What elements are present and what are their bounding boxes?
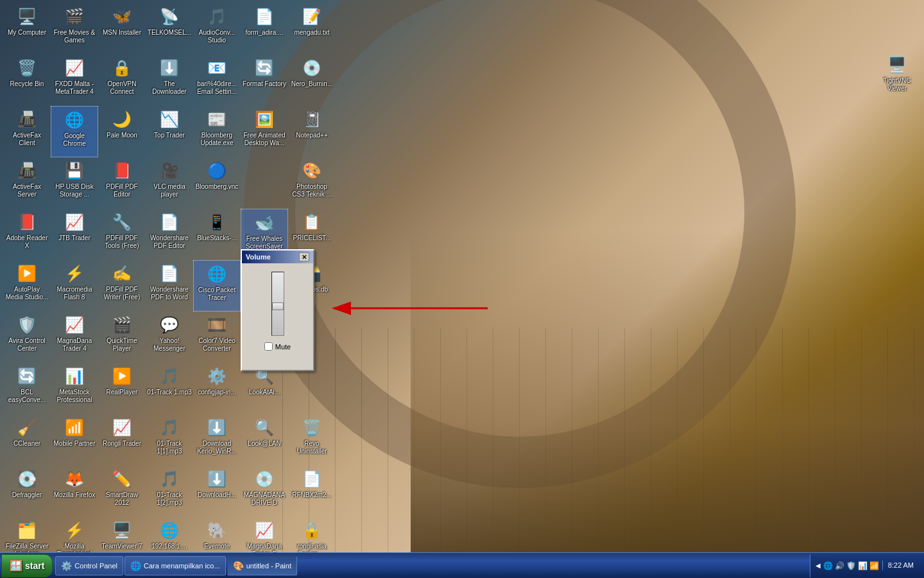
icon-bari-email[interactable]: 📧 bari%40dire... Email Settin... (193, 55, 241, 106)
icon-bluestacks[interactable]: 📱 BlueStacks-... (193, 209, 241, 260)
icon-teamviewer[interactable]: 🖥️ TeamViewer 7 (98, 517, 146, 552)
icon-magnadana-e[interactable]: 📈 MagnaDana Trader E (241, 517, 288, 552)
icon-defraggler[interactable]: 💽 Defraggler (3, 466, 51, 517)
icon-bcl[interactable]: 🔄 BCL easyConve... (3, 363, 51, 414)
icon-tightvnc[interactable]: 🖥️ TightVNC Viewer (873, 51, 921, 103)
wondershare-icon: 📄 (159, 212, 180, 232)
icon-mengadu[interactable]: 📝 mengadu.txt (288, 3, 336, 55)
icon-mozilla-firefox[interactable]: 🦊 Mozilla Firefox (51, 466, 98, 517)
icon-bloomberg-update[interactable]: 📰 Bloomberg Update.exe (193, 106, 241, 157)
icon-telkomsel[interactable]: 📡 TELKOMSEL... (146, 3, 193, 55)
icon-track1[interactable]: 🎵 01-Track 1.mp3 (146, 363, 193, 414)
icon-free-movies[interactable]: 🎬 Free Movies & Games (51, 3, 98, 55)
volume-slider-thumb[interactable] (272, 302, 284, 310)
icon-configjap[interactable]: ⚙️ configjap-in... (193, 363, 241, 414)
track1-2-icon: 🎵 (159, 469, 180, 489)
icon-avira[interactable]: 🛡️ Avira Control Center (3, 311, 51, 363)
systray-network-icon[interactable]: 🌐 (823, 561, 834, 571)
icon-ccleaner[interactable]: 🧹 CCleaner (3, 414, 51, 466)
systray-volume-icon[interactable]: 🔊 (835, 561, 845, 571)
icon-download-kerio[interactable]: ⬇️ Download Kerio_WinR... (193, 414, 241, 466)
icon-notepadpp[interactable]: 📓 Notepad++ (288, 106, 336, 157)
smartdraw-2-icon: ✏️ (112, 469, 132, 489)
notepadpp-icon: 📓 (302, 109, 322, 130)
bloomberg-update-icon: 📰 (207, 109, 227, 130)
taskbar-cara[interactable]: 🌐 Cara menampilkan ico... (124, 556, 226, 575)
icon-activefax-server[interactable]: 📠 ActiveFax Server (3, 157, 51, 209)
systray-security-icon[interactable]: 🛡️ (846, 561, 857, 571)
icon-rfnbx[interactable]: 📄 RFNBX2m2... (288, 466, 336, 517)
icon-pdffill-tools[interactable]: 🔧 PDFill PDF Tools (Free) (98, 209, 146, 260)
mozilla-firefox-icon: 🦊 (64, 469, 85, 489)
icon-mobile-partner[interactable]: 📶 Mobile Partner (51, 414, 98, 466)
icon-my-computer[interactable]: 🖥️ My Computer (3, 3, 51, 55)
icon-pale-moon[interactable]: 🌙 Pale Moon (98, 106, 146, 157)
adobe-reader-icon: 📕 (17, 212, 37, 232)
icon-smartdraw-2[interactable]: ✏️ SmartDraw 2012 (98, 466, 146, 517)
icon-autoplay[interactable]: ▶️ AutoPlay Media Studio... (3, 260, 51, 311)
icon-lookatlan[interactable]: 🔍 Look@LAN (241, 414, 288, 466)
icon-jtb-trader[interactable]: 📈 JTB Trader (51, 209, 98, 260)
icon-track1-1[interactable]: 🎵 01-Track 1[1].mp3 (146, 414, 193, 466)
magnadana-icon: 📈 (64, 315, 85, 335)
icon-thunderbird[interactable]: ⚡ Mozilla Thunderbird (51, 517, 98, 552)
systray-icons-group: 🌐 🔊 🛡️ 📊 📶 (823, 561, 880, 571)
icon-adobe-reader[interactable]: 📕 Adobe Reader X (3, 209, 51, 260)
wondershare-label: Wondershare PDF Editor (147, 234, 192, 250)
icon-magnadana[interactable]: 📈 MagnaDana Trader 4 (51, 311, 98, 363)
icon-hp-usb[interactable]: 💾 HP USB Disk Storage ... (51, 157, 98, 209)
icon-fxdd[interactable]: 📈 FXDD Malta - MetaTrader 4 (51, 55, 98, 106)
icon-nero[interactable]: 💿 Nero_Burnin... (288, 55, 336, 106)
icon-top-trader[interactable]: 📉 Top Trader (146, 106, 193, 157)
yahoo-label: Yahoo! Messenger (147, 337, 192, 353)
icon-track1-2[interactable]: 🎵 01-Track 1[2].mp3 (146, 466, 193, 517)
icon-ip-192[interactable]: 🌐 192.168.1.... (146, 517, 193, 552)
icon-activefax-client[interactable]: 📠 ActiveFax Client (3, 106, 51, 157)
icon-wondershare[interactable]: 📄 Wondershare PDF Editor (146, 209, 193, 260)
icon-google-chrome[interactable]: 🌐 Google Chrome (51, 106, 98, 157)
icon-pdffill-editor[interactable]: 📕 PDFill PDF Editor (98, 157, 146, 209)
icon-msn-installer[interactable]: 🦋 MSN Installer (98, 3, 146, 55)
icon-yahoo[interactable]: 💬 Yahoo! Messenger (146, 311, 193, 363)
icon-bloomberg-vnc[interactable]: 🔵 Bloomberg.vnc (193, 157, 241, 209)
start-label: start (25, 561, 44, 571)
bloomberg-update-label: Bloomberg Update.exe (194, 132, 239, 147)
systray-app-icon-1[interactable]: 📊 (858, 561, 868, 571)
icon-form-adira[interactable]: 📄 form_adira.... (241, 3, 288, 55)
icon-free-animated[interactable]: 🖼️ Free Animated Desktop Wa... (241, 106, 288, 157)
taskbar-untitled-paint[interactable]: 🎨 untitled - Paint (227, 556, 297, 575)
systray-expand-arrow[interactable]: ◀ (816, 562, 821, 569)
systray-app-icon-2[interactable]: 📶 (869, 561, 880, 571)
icon-evernote[interactable]: 🐘 Evernote (193, 517, 241, 552)
icon-realplayer[interactable]: ▶️ RealPlayer (98, 363, 146, 414)
icon-wondershare-word[interactable]: 📄 Wondershare PDF to Word (146, 260, 193, 311)
icon-downloader[interactable]: ⬇️ The Downloader (146, 55, 193, 106)
wondershare-word-icon: 📄 (159, 263, 180, 284)
icon-cisco-packet[interactable]: 🌐 Cisco Packet Tracer (193, 260, 241, 311)
icon-quicktime[interactable]: 🎬 QuickTime Player (98, 311, 146, 363)
icon-revo[interactable]: 🗑️ Revo Uninstaller (288, 414, 336, 466)
icon-pdffill-writer[interactable]: ✍️ PDFill PDF Writer (Free) (98, 260, 146, 311)
start-button[interactable]: 🪟 start (1, 554, 53, 577)
volume-close-button[interactable]: ✕ (299, 252, 309, 261)
format-factory-label: Format Factory (243, 80, 286, 88)
icon-rongli-trader[interactable]: 📈 Rongli Trader (98, 414, 146, 466)
volume-slider-track[interactable] (271, 272, 284, 336)
icon-magnadana-drive[interactable]: 💿 MAGNADANA DRIVE D (241, 466, 288, 517)
icon-color7[interactable]: 🎞️ Color7 Video Converter (193, 311, 241, 363)
pale-moon-label: Pale Moon (107, 132, 137, 139)
metastock-label: MetaStock Professional (52, 389, 97, 404)
icon-vlc[interactable]: 🎥 VLC media player (146, 157, 193, 209)
icon-openvpn[interactable]: 🔒 OpenVPN Connect (98, 55, 146, 106)
icon-metastock[interactable]: 📊 MetaStock Professional (51, 363, 98, 414)
icon-photoshop[interactable]: 🎨 Photoshop CS3 Teknik ... (288, 157, 336, 209)
icon-macromedia[interactable]: ⚡ Macromedia Flash 8 (51, 260, 98, 311)
icon-format-factory[interactable]: 🔄 Format Factory (241, 55, 288, 106)
mute-checkbox[interactable] (264, 342, 273, 351)
icon-filezilla[interactable]: 🗂️ FileZilla Server Interface (3, 517, 51, 552)
icon-rongli-secure[interactable]: 🔒 rongli.asia Secure ... (288, 517, 336, 552)
icon-recycle-bin[interactable]: 🗑️ Recycle Bin (3, 55, 51, 106)
icon-downloadh[interactable]: ⬇️ DownloadH... (193, 466, 241, 517)
icon-audioconv[interactable]: 🎵 AudioConv... Studio (193, 3, 241, 55)
taskbar-control-panel[interactable]: ⚙️ Control Panel (55, 556, 123, 575)
